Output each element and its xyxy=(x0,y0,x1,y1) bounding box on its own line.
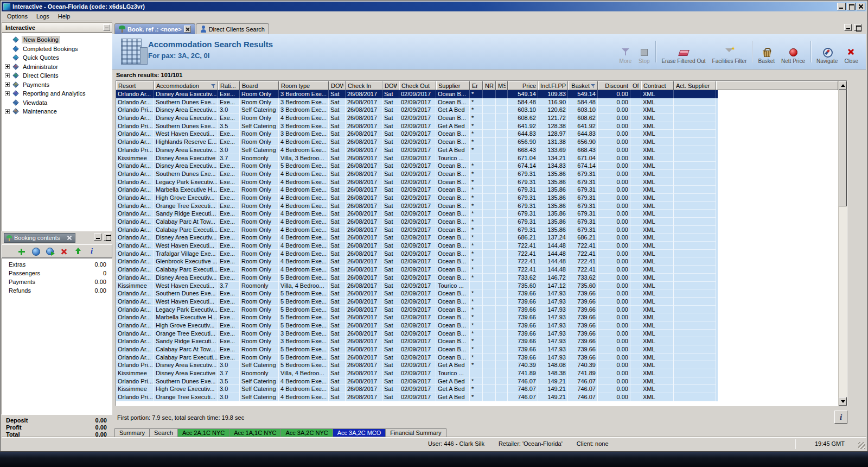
table-row[interactable]: Orlando Ar...Highlands Reserve E...Exe..… xyxy=(116,138,718,146)
table-row[interactable]: Orlando Ar...West Haven Executi...Exe...… xyxy=(116,130,718,138)
table-row[interactable]: Orlando Ar...Glenbrook Executive ...Exe.… xyxy=(116,257,718,266)
expander-icon[interactable] xyxy=(5,73,10,78)
table-row[interactable]: KissimmeeHigh Grove Executiv...3.0Self C… xyxy=(116,385,718,393)
bottom-tab-financial-summary[interactable]: Financial Summary xyxy=(386,428,446,437)
scroll-down-icon[interactable] xyxy=(839,397,847,406)
column-header-contract[interactable]: Contract xyxy=(641,81,674,90)
table-row[interactable]: Orlando Ar...Calabay Parc At Tow...Exe..… xyxy=(116,345,718,354)
booking-row-extras[interactable]: Extras0.00 xyxy=(2,260,112,269)
table-row[interactable]: Orlando Ar...Legacy Park Executiv...Exe.… xyxy=(116,178,718,186)
column-header-check-out[interactable]: Check Out xyxy=(399,81,436,90)
filter-icon[interactable] xyxy=(211,84,216,89)
sidebar-item-reporting-and-analytics[interactable]: Reporting and Analytics xyxy=(2,89,112,98)
info-button[interactable]: i xyxy=(834,411,847,424)
table-row[interactable]: Orlando Ar...West Haven Executi...Exe...… xyxy=(116,242,718,250)
bottom-tab-acc-2a-1c-nyc[interactable]: Acc 2A,1C NYC xyxy=(178,428,229,437)
table-row[interactable]: Orlando Ar...Sandy Ridge Executi...Exe..… xyxy=(116,210,718,218)
table-row[interactable]: KissimmeeDisney Area Executive3.7Roomonl… xyxy=(116,154,718,162)
column-header-board[interactable]: Board xyxy=(240,81,279,90)
sidebar-item-payments[interactable]: Payments xyxy=(2,80,112,90)
table-row[interactable]: Orlando Pri...Disney Area Executiv...3.0… xyxy=(116,146,718,154)
booking-contents-tab[interactable]: Booking contents xyxy=(4,233,75,243)
column-header-er[interactable]: Er xyxy=(470,81,483,90)
tool-more[interactable]: More xyxy=(616,38,635,65)
sidebar-item-viewdata[interactable]: Viewdata xyxy=(2,98,112,108)
filter-icon[interactable] xyxy=(591,84,596,89)
tool-stop[interactable]: Stop xyxy=(635,38,653,65)
sidebar-item-direct-clients[interactable]: Direct Clients xyxy=(2,71,112,80)
table-row[interactable]: Orlando Ar...Southern Dunes Exe...Exe...… xyxy=(116,289,718,298)
column-header-dow[interactable]: DOW xyxy=(329,81,346,90)
booking-row-payments[interactable]: Payments0.00 xyxy=(2,277,112,286)
panel-maximize-button[interactable] xyxy=(104,234,111,241)
table-row[interactable]: Orlando Ar...Disney Area Executiv...Exe.… xyxy=(116,90,718,98)
scrollbar-thumb[interactable] xyxy=(839,90,847,206)
maximize-button[interactable] xyxy=(847,3,856,10)
vertical-scrollbar[interactable] xyxy=(838,81,847,406)
table-row[interactable]: Orlando Ar...Disney Area Executiv...Exe.… xyxy=(116,274,718,282)
booking-row-passengers[interactable]: Passengers0 xyxy=(2,269,112,277)
sidebar-item-maintenance[interactable]: Maintenance xyxy=(2,107,112,116)
column-header-resort[interactable]: Resort xyxy=(116,81,154,90)
table-row[interactable]: Orlando Ar...Southern Dunes Exe...Exe...… xyxy=(116,98,718,106)
sidebar-item-completed-bookings[interactable]: Completed Bookings xyxy=(2,45,112,54)
menu-item-help[interactable]: Help xyxy=(54,12,75,21)
tool-close[interactable]: Close xyxy=(841,38,861,65)
table-row[interactable]: Orlando Ar...High Grove Executiv...Exe..… xyxy=(116,321,718,330)
column-header-act-supplier[interactable]: Act. Supplier xyxy=(674,81,716,90)
table-row[interactable]: KissimmeeWest Haven Executi...3.7Roomonl… xyxy=(116,282,718,290)
close-tab-icon[interactable] xyxy=(184,26,191,33)
expander-icon[interactable] xyxy=(5,82,10,87)
table-row[interactable]: KissimmeeDisney Area Executive3.7Roomonl… xyxy=(116,369,718,377)
booking-row-refunds[interactable]: Refunds0.00 xyxy=(2,286,112,295)
column-header-ms[interactable]: MS xyxy=(496,81,508,90)
table-row[interactable]: Orlando Pri...Orange Tree Executi...3.0S… xyxy=(116,393,718,401)
table-row[interactable]: Orlando Ar...Calabay Parc Executi...Exe.… xyxy=(116,226,718,234)
close-button[interactable] xyxy=(857,3,865,10)
panel-minimize-button[interactable] xyxy=(94,234,101,241)
table-row[interactable]: Orlando Pri...Southern Dunes Exe...3.5Se… xyxy=(116,377,718,386)
bottom-tab-acc-1a-1c-nyc[interactable]: Acc 1A,1C NYC xyxy=(229,428,281,437)
bottom-tab-acc-3a-2c-mco[interactable]: Acc 3A,2C MCO xyxy=(333,428,386,437)
minimize-button[interactable] xyxy=(837,3,846,10)
table-row[interactable]: Orlando Ar...West Haven Executi...Exe...… xyxy=(116,298,718,306)
sidebar-item-quick-quotes[interactable]: Quick Quotes xyxy=(2,53,112,62)
tab-book-ref-none[interactable]: Book. ref .: <none> xyxy=(114,23,195,34)
table-row[interactable]: Orlando Ar...Marbella Executive H...Exe.… xyxy=(116,313,718,321)
tool-basket[interactable]: Basket xyxy=(755,38,778,65)
table-row[interactable]: Orlando Ar...Sandy Ridge Executi...Exe..… xyxy=(116,337,718,345)
column-header-incl-fl-pp[interactable]: Incl.Fl.PP xyxy=(538,81,568,90)
bottom-tab-acc-3a-2c-nyc[interactable]: Acc 3A,2C NYC xyxy=(281,428,333,437)
column-header-supplier[interactable]: Supplier xyxy=(436,81,470,90)
table-row[interactable]: Orlando Ar...Calabay Parc At Tow...Exe..… xyxy=(116,218,718,226)
sidebar-item-administrator[interactable]: Administrator xyxy=(2,62,112,72)
table-row[interactable]: Orlando Ar...Disney Area Executiv...Exe.… xyxy=(116,234,718,242)
expander-icon[interactable] xyxy=(5,64,10,69)
column-header-discount[interactable]: Discount xyxy=(598,81,630,90)
table-row[interactable]: Orlando Pri...Disney Area Executiv...3.0… xyxy=(116,106,718,114)
delete-icon[interactable] xyxy=(60,247,68,256)
bottom-tab-summary[interactable]: Summary xyxy=(114,428,150,437)
column-header-check-in[interactable]: Check In xyxy=(346,81,382,90)
table-row[interactable]: Orlando Ar...Orange Tree Executi...Exe..… xyxy=(116,202,718,210)
collapse-sidebar-button[interactable] xyxy=(103,24,110,31)
table-row[interactable]: Orlando Pri...Southern Dunes Exe...3.5Se… xyxy=(116,122,718,130)
mdi-restore-button[interactable] xyxy=(854,24,861,31)
table-row[interactable]: Orlando Pri...Disney Area Executiv...3.0… xyxy=(116,361,718,369)
tool-erase-filtered-out[interactable]: Erase Filtered Out xyxy=(658,38,709,65)
upload-icon[interactable] xyxy=(74,247,82,256)
export-icon[interactable] xyxy=(46,247,54,256)
add-icon[interactable] xyxy=(17,247,26,256)
scroll-up-icon[interactable] xyxy=(839,81,847,90)
sidebar-item-new-booking[interactable]: New Booking xyxy=(2,35,112,45)
tab-direct-clients-search[interactable]: Direct Clients Search xyxy=(196,23,269,34)
mdi-minimize-button[interactable] xyxy=(844,24,852,31)
column-header-room-type[interactable]: Room type xyxy=(279,81,329,90)
info-icon[interactable] xyxy=(88,247,97,256)
column-header-nr[interactable]: NR xyxy=(483,81,496,90)
column-header-of[interactable]: Of xyxy=(630,81,641,90)
table-row[interactable]: Orlando Ar...Marbella Executive H...Exe.… xyxy=(116,186,718,194)
globe-icon[interactable] xyxy=(31,247,40,256)
column-header-rati[interactable]: Rati... xyxy=(218,81,240,90)
close-booking-contents-icon[interactable] xyxy=(66,235,73,241)
